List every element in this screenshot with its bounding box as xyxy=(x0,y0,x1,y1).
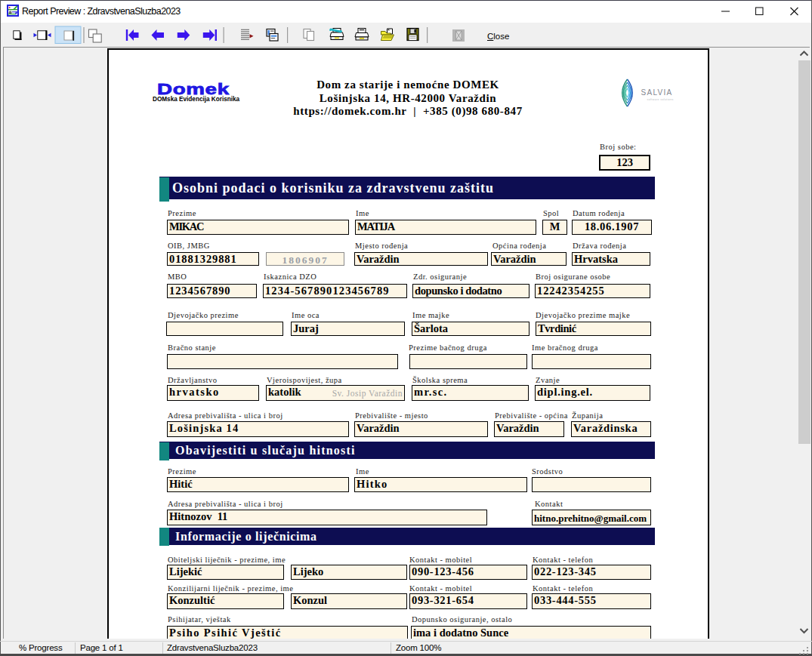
svg-text:software solutions: software solutions xyxy=(647,98,674,101)
svg-text:SALVIA: SALVIA xyxy=(641,88,673,97)
